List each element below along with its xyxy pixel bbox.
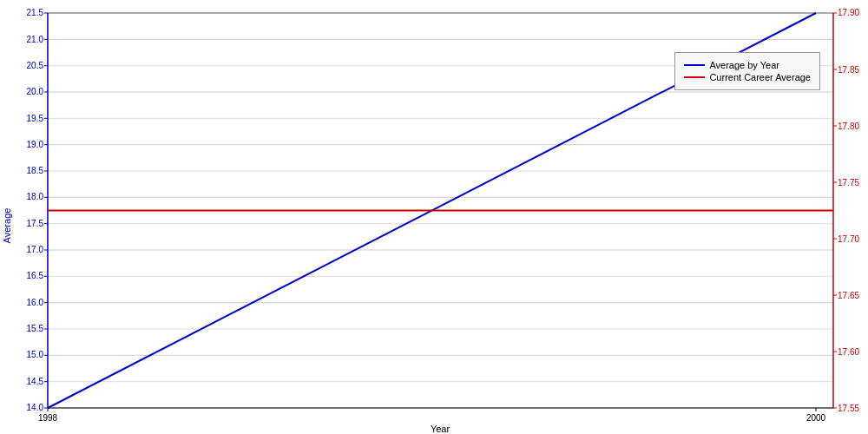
svg-text:17.55: 17.55 [838, 404, 859, 413]
svg-text:17.70: 17.70 [838, 234, 859, 244]
svg-text:17.80: 17.80 [838, 122, 859, 131]
svg-text:17.90: 17.90 [838, 8, 859, 17]
svg-text:21.5: 21.5 [27, 8, 44, 17]
svg-text:Year: Year [431, 424, 450, 434]
svg-text:18.5: 18.5 [27, 166, 44, 175]
svg-text:1998: 1998 [38, 413, 58, 423]
legend-box: Average by Year Current Career Average [674, 52, 820, 90]
svg-text:20.0: 20.0 [27, 87, 44, 96]
svg-text:21.0: 21.0 [27, 35, 44, 44]
svg-text:17.65: 17.65 [838, 291, 859, 300]
svg-text:20.5: 20.5 [27, 61, 44, 70]
svg-text:17.5: 17.5 [27, 219, 44, 228]
chart-container: 21.5 21.0 20.5 20.0 19.5 19.0 18.5 18.0 … [0, 0, 868, 434]
svg-text:2000: 2000 [806, 413, 826, 423]
svg-text:Average: Average [2, 208, 12, 244]
svg-text:17.85: 17.85 [838, 65, 859, 75]
svg-text:16.0: 16.0 [27, 298, 44, 307]
svg-text:14.5: 14.5 [27, 377, 44, 386]
svg-text:19.5: 19.5 [27, 114, 44, 123]
svg-text:17.75: 17.75 [838, 178, 859, 187]
legend-line-blue [684, 64, 705, 66]
legend-label-average-by-year: Average by Year [709, 60, 779, 70]
svg-text:15.5: 15.5 [27, 324, 44, 333]
svg-text:17.0: 17.0 [27, 245, 44, 254]
svg-text:18.0: 18.0 [27, 192, 44, 201]
legend-label-career-average: Current Career Average [709, 72, 811, 82]
svg-text:15.0: 15.0 [27, 350, 44, 359]
legend-item-career-average: Current Career Average [684, 72, 811, 82]
legend-line-red [684, 76, 705, 78]
svg-text:14.0: 14.0 [27, 403, 44, 412]
svg-text:19.0: 19.0 [27, 140, 44, 149]
legend-item-average-by-year: Average by Year [684, 60, 811, 70]
svg-text:17.60: 17.60 [838, 347, 859, 357]
svg-text:16.5: 16.5 [27, 271, 44, 280]
